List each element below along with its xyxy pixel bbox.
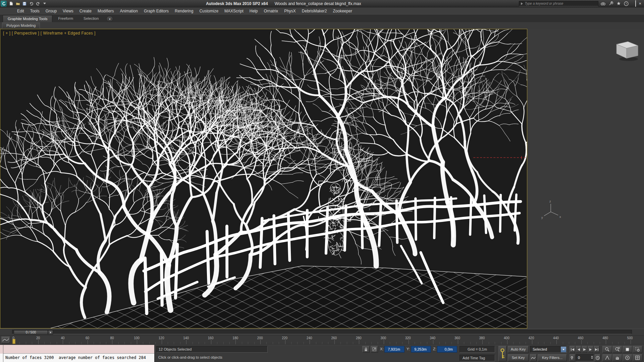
key-mode-toggle[interactable] [570, 354, 575, 361]
menu-rendering[interactable]: Rendering [172, 7, 196, 15]
3dsmax-logo-icon [1, 1, 6, 6]
new-key-default-inout-button[interactable] [530, 354, 537, 361]
status-bar: Number of faces 3200 average number of f… [0, 345, 644, 362]
key-selection-dropdown[interactable]: Selected [530, 346, 567, 353]
go-to-start-button[interactable] [570, 346, 575, 353]
menu-create[interactable]: Create [76, 7, 95, 15]
z-coord-label: Z: [433, 347, 436, 351]
menu-group[interactable]: Group [43, 7, 60, 15]
redo-button[interactable] [35, 1, 41, 7]
menu-tools[interactable]: Tools [27, 7, 43, 15]
menu-maxscript[interactable]: MAXScript [221, 7, 247, 15]
next-frame-arrow-button[interactable] [48, 330, 53, 335]
application-menu-button[interactable] [1, 1, 7, 7]
menu-ornatrix[interactable]: Ornatrix [261, 7, 281, 15]
undo-arrow-icon [29, 2, 34, 5]
ruler-label: 340 [430, 336, 435, 340]
key-mode-icon [571, 356, 575, 360]
tab-polygon-modeling[interactable]: Polygon Modeling [2, 22, 40, 28]
close-button[interactable]: × [639, 2, 641, 5]
menu-zookeeper[interactable]: Zookeeper [330, 7, 355, 15]
zoom-region-button[interactable] [633, 346, 642, 353]
viewport-label[interactable]: [ + ] [ Perspective ] [ Wireframe + Edge… [3, 31, 96, 36]
undo-button[interactable] [28, 1, 35, 7]
file-name: Woods and fence_collapse desat bkgnd_ffx… [275, 1, 361, 6]
menu-customize[interactable]: Customize [196, 7, 221, 15]
key-filters-button[interactable]: Key Filters... [538, 354, 567, 361]
right-triangle-icon [50, 331, 51, 334]
set-key-button[interactable]: Set Key [508, 354, 529, 361]
ribbon-tab-freeform[interactable]: Freeform [53, 15, 78, 22]
help-button[interactable]: ? [623, 1, 629, 7]
ribbon-panel-row: Polygon Modeling [0, 22, 644, 29]
ribbon-minimize-button[interactable]: ▾ [106, 16, 113, 22]
auto-key-button[interactable]: Auto Key [508, 346, 529, 353]
view-cube[interactable] [616, 42, 638, 58]
x-coord-field[interactable]: 7,931m [384, 346, 405, 353]
app-title: Autodesk 3ds Max 2010 SP2 x64 [206, 1, 268, 6]
maxscript-mini-listener[interactable]: Number of faces 3200 average number of f… [0, 345, 155, 362]
menu-graph-editors[interactable]: Graph Editors [141, 7, 172, 15]
play-button[interactable] [582, 346, 587, 353]
menu-help[interactable]: Help [247, 7, 261, 15]
save-button[interactable] [21, 1, 28, 7]
zoom-all-button[interactable] [612, 346, 622, 353]
track-bar-row: 0204060801001201401601802002202402602803… [0, 335, 644, 345]
selection-lock-toggle[interactable] [362, 346, 370, 353]
dropdown-arrow-button[interactable] [561, 347, 566, 352]
ribbon-tab-selection[interactable]: Selection [79, 15, 103, 22]
ruler-label: 280 [356, 336, 362, 340]
x-coord-label: X: [380, 347, 383, 351]
toolbar-options-button[interactable] [41, 1, 48, 7]
zoom-extents-button[interactable] [623, 346, 632, 353]
ruler-label: 140 [183, 336, 189, 340]
menu-modifiers[interactable]: Modifiers [95, 7, 117, 15]
time-slider-track[interactable]: 0 / 500 [12, 330, 632, 334]
listener-output-line: Number of faces 3200 average number of f… [3, 354, 154, 362]
time-slider-handle[interactable]: 0 / 500 [14, 330, 48, 335]
binoculars-icon [601, 2, 605, 6]
current-frame-value: 0 [578, 356, 580, 360]
next-frame-button[interactable] [588, 346, 593, 353]
open-mini-curve-editor-button[interactable] [1, 337, 10, 343]
viewport-perspective[interactable]: zyx [ + ] [ Perspective ] [ Wireframe + … [0, 29, 527, 328]
search-input[interactable]: Type a keyword or phrase [519, 1, 598, 6]
add-time-tag[interactable]: Add Time Tag [460, 355, 495, 361]
favorites-button[interactable] [615, 1, 622, 7]
maximize-viewport-toggle[interactable] [633, 354, 642, 361]
set-keys-button[interactable] [498, 346, 506, 361]
orbit-button[interactable] [623, 354, 632, 361]
field-of-view-button[interactable] [602, 354, 612, 361]
maximize-button[interactable] [635, 1, 636, 7]
menu-debrismaker2[interactable]: DebrisMaker2 [299, 7, 330, 15]
previous-frame-button[interactable] [576, 346, 581, 353]
time-configuration-button[interactable] [595, 354, 600, 361]
right-strip-graphics: z y x [527, 29, 644, 328]
timeline-ruler[interactable]: 0204060801001201401601802002202402602803… [12, 336, 632, 344]
redo-arrow-icon [36, 2, 40, 5]
frame-spinner[interactable] [591, 356, 593, 359]
current-frame-field[interactable]: 0 [576, 354, 594, 361]
svg-text:z: z [369, 207, 371, 211]
zoom-button[interactable] [602, 346, 612, 353]
go-to-end-button[interactable] [594, 346, 599, 353]
ribbon-tab-graphite-modeling-tools[interactable]: Graphite Modeling Tools [3, 15, 52, 22]
svg-text:?: ? [626, 2, 627, 5]
pan-button[interactable] [612, 354, 622, 361]
new-scene-button[interactable] [8, 1, 14, 7]
y-coord-field[interactable]: 9,253m [411, 346, 431, 353]
open-file-button[interactable] [14, 1, 21, 7]
ruler-label: 240 [307, 336, 312, 340]
z-coord-field[interactable]: 0,0m [437, 346, 457, 353]
absolute-mode-toggle[interactable] [371, 346, 378, 353]
listener-pink-line [3, 345, 154, 354]
maximize-viewport-icon [635, 355, 640, 360]
menu-animation[interactable]: Animation [117, 7, 141, 15]
menu-edit[interactable]: Edit [14, 7, 27, 15]
clock-icon [596, 356, 600, 360]
search-button[interactable] [600, 1, 606, 7]
menu-physx[interactable]: PhysX [281, 7, 299, 15]
menu-views[interactable]: Views [60, 7, 76, 15]
wrench-icon [609, 1, 613, 6]
subscription-center-button[interactable] [608, 1, 614, 7]
